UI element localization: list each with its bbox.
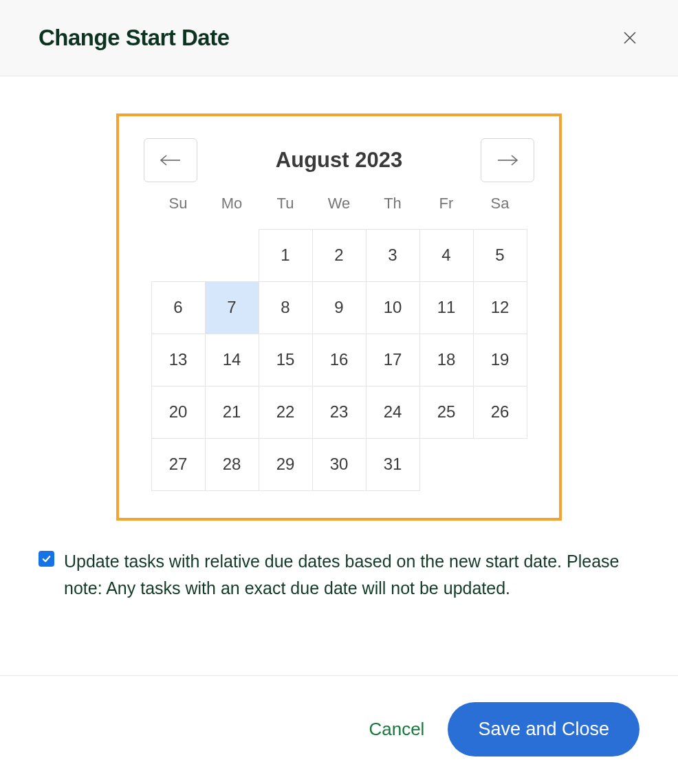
weekday-label: Mo <box>205 195 259 213</box>
cancel-button[interactable]: Cancel <box>369 719 424 740</box>
calendar-header: August 2023 <box>144 138 534 182</box>
calendar-day[interactable]: 10 <box>366 281 420 334</box>
weekday-header-row: SuMoTuWeThFrSa <box>144 195 534 213</box>
arrow-left-icon <box>159 153 182 167</box>
weekday-label: Sa <box>473 195 527 213</box>
calendar-day[interactable]: 27 <box>151 438 206 491</box>
calendar-day[interactable]: 20 <box>151 386 206 439</box>
arrow-right-icon <box>496 153 519 167</box>
calendar-day[interactable]: 31 <box>366 438 420 491</box>
weekday-label: We <box>312 195 366 213</box>
calendar-frame: August 2023 SuMoTuWeThFrSa 1234567891011… <box>116 113 562 521</box>
calendar-day[interactable]: 18 <box>419 334 474 386</box>
prev-month-button[interactable] <box>144 138 197 182</box>
calendar-day[interactable]: 3 <box>366 229 420 282</box>
save-and-close-button[interactable]: Save and Close <box>448 702 639 756</box>
calendar-day[interactable]: 17 <box>366 334 420 386</box>
calendar-day[interactable]: 28 <box>205 438 259 491</box>
weekday-label: Su <box>151 195 205 213</box>
calendar-day[interactable]: 1 <box>259 229 313 282</box>
calendar-blank-cell <box>151 229 205 281</box>
update-tasks-checkbox[interactable] <box>39 551 54 567</box>
calendar-day[interactable]: 29 <box>259 438 313 491</box>
weekday-label: Tu <box>259 195 312 213</box>
calendar-day[interactable]: 13 <box>151 334 206 386</box>
checkmark-icon <box>41 554 52 564</box>
month-year-label: August 2023 <box>276 148 402 173</box>
calendar-day[interactable]: 25 <box>419 386 474 439</box>
calendar-day[interactable]: 22 <box>259 386 313 439</box>
weekday-label: Fr <box>419 195 473 213</box>
calendar-blank-cell <box>205 229 259 281</box>
close-icon <box>622 30 638 46</box>
calendar-day[interactable]: 7 <box>205 281 259 334</box>
calendar-day[interactable]: 19 <box>473 334 527 386</box>
calendar-day[interactable]: 5 <box>473 229 527 282</box>
calendar-day[interactable]: 21 <box>205 386 259 439</box>
weekday-label: Th <box>366 195 419 213</box>
calendar-day[interactable]: 12 <box>473 281 527 334</box>
calendar-grid: 1234567891011121314151617181920212223242… <box>144 229 534 490</box>
close-button[interactable] <box>620 28 639 47</box>
calendar-day[interactable]: 23 <box>312 386 367 439</box>
calendar-day[interactable]: 15 <box>259 334 313 386</box>
calendar-day[interactable]: 2 <box>312 229 367 282</box>
calendar-day[interactable]: 30 <box>312 438 367 491</box>
calendar-day[interactable]: 4 <box>419 229 474 282</box>
calendar-day[interactable]: 24 <box>366 386 420 439</box>
calendar-day[interactable]: 16 <box>312 334 367 386</box>
calendar-day[interactable]: 14 <box>205 334 259 386</box>
modal-footer: Cancel Save and Close <box>0 675 678 784</box>
calendar-day[interactable]: 11 <box>419 281 474 334</box>
update-tasks-label: Update tasks with relative due dates bas… <box>64 548 639 602</box>
modal-body: August 2023 SuMoTuWeThFrSa 1234567891011… <box>0 76 678 629</box>
modal-title: Change Start Date <box>39 25 230 51</box>
calendar-day[interactable]: 9 <box>312 281 367 334</box>
update-tasks-row: Update tasks with relative due dates bas… <box>39 548 639 602</box>
calendar-day[interactable]: 8 <box>259 281 313 334</box>
next-month-button[interactable] <box>481 138 534 182</box>
calendar-day[interactable]: 6 <box>151 281 206 334</box>
calendar-day[interactable]: 26 <box>473 386 527 439</box>
change-start-date-modal: Change Start Date August 2023 SuMoTuWeTh… <box>0 0 678 784</box>
modal-header: Change Start Date <box>0 0 678 76</box>
